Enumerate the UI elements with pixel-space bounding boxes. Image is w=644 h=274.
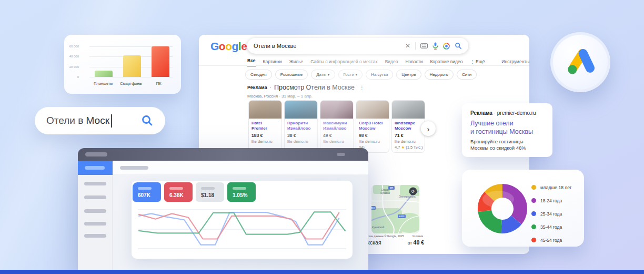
hotel-card-carousel: Hotel Premier Moscow Cur...183 €lite-dem… (248, 100, 425, 153)
legend-label: младше 18 лет (540, 185, 572, 190)
x-category-label: Планшеты (89, 81, 117, 86)
more-dots-icon: ⋮ (470, 59, 475, 64)
y-tick-label: 0 (62, 75, 79, 79)
svg-text:Купавна: Купавна (380, 192, 390, 194)
ad-section-title[interactable]: Просмотр Отели в Москве (274, 84, 355, 91)
hotel-price: 71 € (395, 133, 422, 138)
sidebar-item-placeholder-4[interactable] (84, 222, 106, 226)
legend-item-5: 45-54 года (531, 233, 572, 247)
ad-badge: Реклама (247, 85, 267, 90)
ad-badge: Реклама (470, 110, 492, 116)
typed-query[interactable]: Отели в Моск (46, 115, 109, 126)
hotel-card-3[interactable]: Максимуми Измайлово49 €lite-demo.ru (320, 100, 354, 153)
hotel-photo (392, 101, 425, 119)
stat-label-placeholder (233, 187, 246, 190)
separator-dot: · (270, 85, 271, 91)
tabs-divider (199, 65, 529, 66)
search-icon[interactable] (141, 114, 154, 127)
stat-chip-3[interactable]: $1.18 (196, 182, 224, 202)
hotel-card-body: Максимуми Измайлово49 €lite-demo.ru (320, 119, 353, 146)
donut-segment-4 (478, 210, 501, 233)
hotel-name-link[interactable]: Corp3 Hotel Moscow (359, 121, 386, 131)
serp-search-bar[interactable]: Отели в Москве ✕ (247, 38, 468, 54)
legend-dot (531, 224, 536, 229)
text-caret (111, 114, 112, 128)
clear-icon[interactable]: ✕ (405, 43, 410, 49)
stat-chip-2[interactable]: 6.38K (164, 182, 193, 202)
legend-item-1: младше 18 лет (531, 181, 572, 194)
bar-chart-plot: 020 00040 00060 000 (89, 46, 173, 77)
hotel-card-4[interactable]: Corp3 Hotel Moscow98 €lite-demo.ru04) (356, 100, 389, 153)
window-sidebar (78, 175, 113, 274)
search-icon[interactable] (455, 42, 462, 50)
legend-dot (531, 198, 536, 203)
window-toolbar (78, 161, 368, 175)
filter-chip-5[interactable]: На сутки (366, 70, 393, 80)
metrics-panel: 607K6.38K$1.181.05% (132, 181, 353, 259)
age-donut-card: младше 18 лет18-24 года25-34 года35-44 г… (462, 170, 584, 247)
map-terms-link[interactable]: Условия (412, 234, 423, 238)
search-bar-icons: ✕ (405, 42, 462, 50)
refresh-icon: ⟳ (411, 189, 415, 194)
sidebar-item-placeholder-1[interactable] (84, 182, 106, 185)
filter-chip-7[interactable]: Недорого (425, 70, 454, 80)
hotel-card-2[interactable]: Приорити Измайлово38 €lite-demo.ru (284, 100, 318, 153)
filter-chip-6[interactable]: Центре (396, 70, 421, 80)
hotel-rating: 4,7 ★ (1,5 тыс.) (395, 145, 422, 150)
lens-icon[interactable] (443, 43, 450, 50)
google-logo-letter: o (219, 40, 225, 52)
y-tick-label: 20 000 (62, 65, 79, 68)
text-ad-card[interactable]: Реклама · premier-demo.ru Лучшие отели и… (462, 103, 552, 157)
sidebar-item-placeholder-2[interactable] (84, 195, 106, 199)
hotel-name-link[interactable]: Максимуми Измайлово (323, 121, 350, 131)
window-controls-placeholder (337, 153, 345, 156)
hotel-card-5[interactable]: landscape Moscow71 €lite-demo.ru4,7 ★ (1… (391, 100, 425, 153)
google-logo-letter: g (232, 40, 238, 52)
hotel-name-link[interactable]: Приорити Измайлово (287, 121, 315, 131)
svg-text:М7: М7 (390, 187, 393, 189)
ad-meta-line: Реклама · premier-demo.ru (470, 110, 544, 116)
hotel-price: 98 € (359, 133, 386, 138)
keyboard-icon[interactable] (420, 43, 428, 48)
window-tab-placeholder (85, 152, 107, 156)
hotel-card-body: Hotel Premier Moscow Cur...183 €lite-dem… (249, 119, 281, 146)
price-value: 40 € (414, 239, 424, 246)
hotel-domain: lite-demo.ru (395, 139, 422, 144)
map-thumbnail[interactable]: СтараяКупавнаЭлектростальКуковскийМ7А113… (371, 185, 419, 233)
query-typing-card[interactable]: Отели в Моск (35, 107, 165, 134)
divider (415, 42, 416, 50)
stat-chip-1[interactable]: 607K (133, 182, 161, 202)
stat-label-placeholder (138, 187, 152, 190)
ad-headline-link[interactable]: Лучшие отели и гостиницы Москвы (470, 119, 544, 136)
filter-chip-8[interactable]: Сити (457, 70, 477, 80)
window-titlebar[interactable] (78, 148, 368, 161)
analytics-browser-window: 607K6.38K$1.181.05% (78, 148, 368, 274)
stat-chip-4[interactable]: 1.05% (227, 182, 256, 202)
filter-chip-2[interactable]: Роскошные (275, 70, 308, 80)
kebab-menu-icon[interactable]: ⋮ (359, 85, 365, 91)
x-category-label: ПК (145, 81, 173, 86)
serp-filter-chips: СегодняРоскошныеДаты ▾Гости ▾На суткиЦен… (245, 70, 477, 80)
filter-chip-3[interactable]: Даты ▾ (311, 70, 335, 80)
filter-chip-1[interactable]: Сегодня (245, 70, 272, 80)
sidebar-item-placeholder-5[interactable] (84, 234, 106, 238)
gridline (89, 77, 173, 77)
carousel-next-button[interactable]: › (421, 121, 436, 136)
filter-chip-4[interactable]: Гости ▾ (338, 70, 363, 80)
x-category-label: Смартфоны (117, 81, 145, 86)
hotel-name-link[interactable]: landscape Moscow (395, 121, 422, 131)
hotel-name-fragment[interactable]: жская (366, 239, 381, 246)
sidebar-item-placeholder-3[interactable] (84, 209, 106, 213)
svg-text:А113: А113 (399, 215, 405, 218)
hotel-card-1[interactable]: Hotel Premier Moscow Cur...183 €lite-dem… (248, 100, 282, 153)
legend-dot (531, 211, 536, 216)
active-nav-header[interactable] (78, 161, 113, 175)
y-tick-label: 40 000 (62, 55, 79, 58)
hotel-domain: lite-demo.ru (323, 139, 350, 144)
bar-Смартфоны (123, 55, 141, 77)
microphone-icon[interactable] (432, 42, 438, 50)
stat-label-placeholder (169, 187, 183, 190)
stat-chip-row: 607K6.38K$1.181.05% (133, 182, 256, 202)
hotel-name-link[interactable]: Hotel Premier Moscow Cur... (251, 121, 279, 131)
serp-search-value[interactable]: Отели в Москве (254, 43, 405, 49)
